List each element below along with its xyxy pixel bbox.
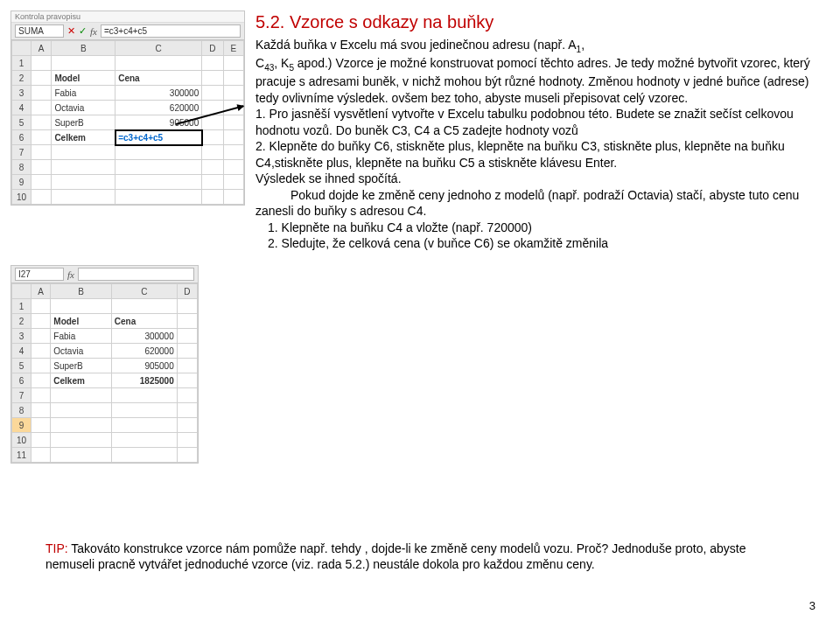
- cell[interactable]: [32, 299, 51, 314]
- cell[interactable]: [52, 56, 116, 71]
- column-header[interactable]: E: [223, 41, 243, 56]
- cell[interactable]: [111, 448, 177, 463]
- cell[interactable]: 905000: [111, 359, 177, 373]
- cell[interactable]: [32, 115, 52, 130]
- cell[interactable]: =c3+c4+c5: [116, 130, 202, 145]
- cell[interactable]: [202, 175, 223, 190]
- cell[interactable]: Model: [52, 71, 116, 86]
- cell[interactable]: Octavia: [52, 101, 116, 115]
- row-header[interactable]: 10: [12, 190, 32, 205]
- cell[interactable]: [32, 101, 52, 115]
- cell[interactable]: [202, 160, 223, 175]
- column-header[interactable]: C: [116, 41, 202, 56]
- cell[interactable]: 300000: [111, 329, 177, 344]
- cell[interactable]: [223, 190, 243, 205]
- column-header[interactable]: B: [51, 284, 111, 299]
- cell[interactable]: Octavia: [51, 344, 111, 359]
- formula-input[interactable]: =c3+c4+c5: [101, 24, 241, 38]
- spreadsheet-grid[interactable]: ABCD12ModelCena3Fabia3000004Octavia62000…: [11, 283, 198, 463]
- row-header[interactable]: 8: [12, 403, 32, 418]
- cell[interactable]: [177, 388, 197, 403]
- cell[interactable]: [202, 130, 223, 145]
- cell[interactable]: [177, 329, 197, 344]
- row-header[interactable]: 3: [12, 329, 32, 344]
- confirm-icon[interactable]: ✓: [79, 25, 87, 37]
- cell[interactable]: [51, 418, 111, 433]
- cell[interactable]: [32, 359, 51, 373]
- cell[interactable]: 620000: [111, 344, 177, 359]
- cell[interactable]: 905000: [116, 115, 202, 130]
- cell[interactable]: [223, 175, 243, 190]
- corner-cell[interactable]: [12, 41, 32, 56]
- cell[interactable]: [111, 418, 177, 433]
- cell[interactable]: [52, 175, 116, 190]
- cell[interactable]: [32, 448, 51, 463]
- cell[interactable]: [177, 418, 197, 433]
- cell[interactable]: [32, 130, 52, 145]
- cell[interactable]: Cena: [111, 314, 177, 329]
- cell[interactable]: [52, 145, 116, 160]
- cell[interactable]: [32, 433, 51, 448]
- cell[interactable]: [32, 145, 52, 160]
- cell[interactable]: 620000: [116, 101, 202, 115]
- cell[interactable]: [202, 190, 223, 205]
- cell[interactable]: SuperB: [52, 115, 116, 130]
- row-header[interactable]: 5: [12, 359, 32, 373]
- cell[interactable]: [111, 403, 177, 418]
- cell[interactable]: [223, 71, 243, 86]
- row-header[interactable]: 11: [12, 448, 32, 463]
- cell[interactable]: [116, 145, 202, 160]
- cell[interactable]: [32, 190, 52, 205]
- cell[interactable]: [202, 56, 223, 71]
- cell[interactable]: [32, 418, 51, 433]
- cell[interactable]: [51, 448, 111, 463]
- row-header[interactable]: 6: [12, 373, 32, 388]
- row-header[interactable]: 8: [12, 160, 32, 175]
- row-header[interactable]: 7: [12, 388, 32, 403]
- cell[interactable]: [111, 299, 177, 314]
- cell[interactable]: [32, 175, 52, 190]
- fx-icon[interactable]: fx: [67, 269, 74, 280]
- cell[interactable]: [177, 433, 197, 448]
- cell[interactable]: [202, 145, 223, 160]
- cell[interactable]: [111, 433, 177, 448]
- cell[interactable]: [32, 373, 51, 388]
- cell[interactable]: [223, 145, 243, 160]
- row-header[interactable]: 3: [12, 86, 32, 101]
- cell[interactable]: [223, 115, 243, 130]
- column-header[interactable]: B: [52, 41, 116, 56]
- cell[interactable]: 1825000: [111, 373, 177, 388]
- cell[interactable]: [52, 160, 116, 175]
- cell[interactable]: Celkem: [51, 373, 111, 388]
- cell[interactable]: [32, 56, 52, 71]
- cell[interactable]: [52, 190, 116, 205]
- cell[interactable]: [223, 160, 243, 175]
- cell[interactable]: [177, 299, 197, 314]
- row-header[interactable]: 2: [12, 71, 32, 86]
- cell[interactable]: Model: [51, 314, 111, 329]
- cell[interactable]: [116, 190, 202, 205]
- cell[interactable]: [116, 160, 202, 175]
- row-header[interactable]: 1: [12, 56, 32, 71]
- cell[interactable]: [223, 130, 243, 145]
- row-header[interactable]: 10: [12, 433, 32, 448]
- cell[interactable]: [51, 433, 111, 448]
- cell[interactable]: [32, 344, 51, 359]
- cell[interactable]: [111, 388, 177, 403]
- cell[interactable]: [177, 403, 197, 418]
- row-header[interactable]: 9: [12, 175, 32, 190]
- row-header[interactable]: 6: [12, 130, 32, 145]
- cell[interactable]: [51, 403, 111, 418]
- row-header[interactable]: 4: [12, 101, 32, 115]
- row-header[interactable]: 2: [12, 314, 32, 329]
- cell[interactable]: [177, 359, 197, 373]
- cell[interactable]: SuperB: [51, 359, 111, 373]
- cell[interactable]: 300000: [116, 86, 202, 101]
- formula-input[interactable]: [78, 268, 194, 281]
- column-header[interactable]: A: [32, 41, 52, 56]
- cell[interactable]: [177, 448, 197, 463]
- cancel-icon[interactable]: ✕: [67, 25, 75, 37]
- row-header[interactable]: 5: [12, 115, 32, 130]
- column-header[interactable]: D: [177, 284, 197, 299]
- corner-cell[interactable]: [12, 284, 32, 299]
